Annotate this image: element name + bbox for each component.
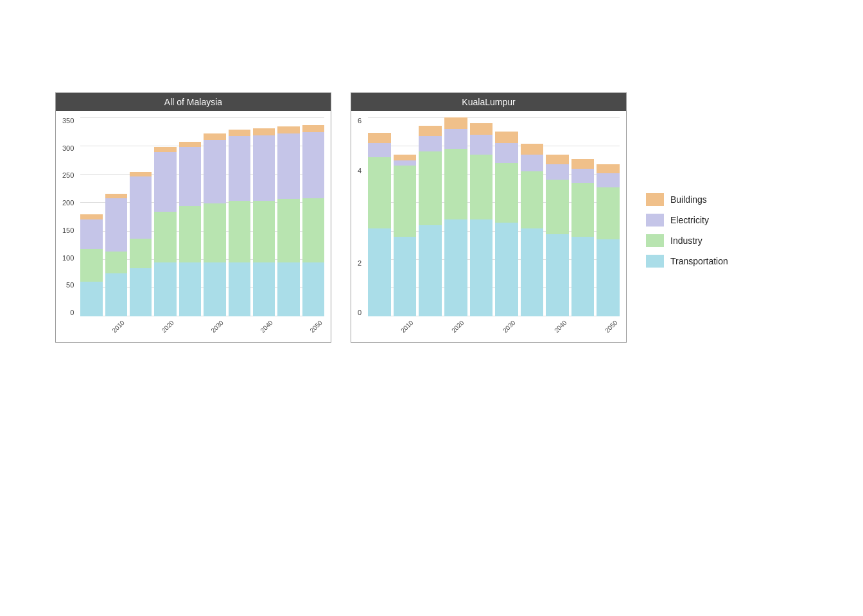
bar-group — [444, 117, 467, 316]
chart-header-malaysia: All of Malaysia — [56, 93, 331, 111]
bar-seg-buildings — [302, 125, 324, 133]
legend-color-buildings — [646, 193, 664, 206]
bar-group — [80, 214, 102, 316]
bar-seg-electricity — [394, 160, 417, 166]
bar-seg-industry — [521, 171, 544, 228]
x-tick: 2010 — [109, 316, 136, 344]
x-tick: 2030 — [499, 316, 527, 345]
bar-group — [154, 147, 176, 316]
x-tick — [525, 316, 553, 345]
legend-item-industry: Industry — [646, 234, 728, 247]
bar-seg-transportation — [229, 262, 250, 316]
bar-stack — [105, 194, 127, 316]
bar-seg-electricity — [302, 132, 324, 198]
y-tick: 350 — [62, 117, 74, 124]
bar-seg-electricity — [571, 169, 595, 183]
legend-item-transportation: Transportation — [646, 255, 728, 268]
bar-seg-transportation — [444, 219, 467, 316]
legend-label-industry: Industry — [670, 235, 702, 246]
bar-stack — [154, 147, 176, 316]
charts-row: All of Malaysia 350 300 250 200 150 100 … — [51, 92, 824, 343]
bar-group — [302, 125, 324, 316]
chart-body-malaysia: 350 300 250 200 150 100 50 0 — [56, 111, 331, 342]
bar-group — [419, 126, 442, 316]
x-tick — [423, 316, 451, 345]
bar-seg-industry — [80, 249, 102, 281]
bar-group — [130, 172, 152, 316]
bars-container-kl — [368, 117, 620, 316]
bar-seg-industry — [302, 198, 324, 263]
y-tick: 300 — [62, 145, 74, 152]
bar-seg-buildings — [521, 144, 544, 155]
bar-seg-transportation — [277, 262, 299, 316]
legend-item-buildings: Buildings — [646, 193, 728, 206]
x-tick — [575, 316, 604, 345]
legend-label-buildings: Buildings — [670, 194, 707, 205]
bar-seg-transportation — [302, 262, 324, 316]
bar-seg-transportation — [154, 262, 176, 316]
bar-seg-electricity — [470, 135, 493, 155]
x-tick: 2010 — [397, 316, 425, 345]
y-tick: 50 — [66, 282, 74, 289]
bar-seg-transportation — [105, 273, 127, 316]
bar-seg-electricity — [444, 129, 467, 149]
bars-area-kl: 20102020203020402050 — [368, 117, 620, 342]
y-tick: 0 — [70, 309, 74, 316]
bar-seg-electricity — [80, 219, 102, 249]
bar-stack — [80, 214, 102, 316]
bar-seg-transportation — [394, 237, 417, 316]
bar-seg-transportation — [130, 268, 152, 316]
bar-seg-electricity — [204, 140, 225, 203]
bar-stack — [253, 128, 275, 316]
bar-stack — [229, 130, 250, 316]
bar-seg-buildings — [495, 132, 518, 143]
x-tick — [371, 316, 399, 345]
x-tick: 2050 — [306, 316, 334, 344]
bar-stack — [419, 126, 442, 316]
bar-seg-buildings — [419, 126, 442, 136]
bar-seg-electricity — [105, 198, 127, 252]
bar-group — [253, 128, 275, 316]
bar-seg-transportation — [179, 262, 201, 316]
bar-seg-industry — [597, 187, 620, 240]
bar-seg-electricity — [521, 155, 544, 172]
bar-seg-electricity — [229, 136, 250, 201]
bar-seg-electricity — [130, 176, 152, 238]
bar-seg-industry — [419, 151, 442, 225]
bar-group — [204, 133, 225, 316]
bar-seg-buildings — [571, 159, 595, 169]
bar-seg-buildings — [154, 147, 176, 152]
bar-seg-industry — [444, 149, 467, 220]
bar-stack — [130, 172, 152, 316]
bars-area-malaysia: 20102020203020402050 — [80, 117, 324, 342]
bar-seg-electricity — [154, 152, 176, 211]
bar-seg-electricity — [419, 136, 442, 151]
bar-seg-electricity — [495, 143, 518, 163]
y-tick: 250 — [62, 172, 74, 179]
bar-seg-transportation — [597, 239, 620, 316]
bar-group — [470, 123, 493, 316]
bar-seg-buildings — [394, 155, 417, 161]
bar-seg-industry — [495, 163, 518, 223]
bar-seg-buildings — [444, 117, 467, 129]
y-axis-kl: 6 4 2 0 — [358, 117, 365, 336]
bar-seg-transportation — [571, 237, 595, 316]
x-tick — [133, 316, 161, 344]
bar-group — [105, 194, 127, 316]
y-tick: 0 — [358, 309, 362, 316]
y-tick: 4 — [358, 167, 362, 175]
bar-group — [277, 126, 299, 316]
x-tick: 2050 — [601, 316, 629, 345]
bar-seg-buildings — [179, 142, 201, 147]
bar-seg-industry — [130, 239, 152, 268]
bar-group — [229, 130, 250, 316]
bar-seg-electricity — [597, 173, 620, 187]
bar-seg-transportation — [470, 219, 493, 316]
bar-seg-transportation — [495, 223, 518, 316]
x-tick: 2040 — [550, 316, 579, 345]
chart-panel-malaysia: All of Malaysia 350 300 250 200 150 100 … — [55, 92, 331, 343]
bar-seg-industry — [277, 199, 299, 262]
bar-group — [368, 133, 391, 316]
y-tick: 100 — [62, 255, 74, 262]
x-tick: 2030 — [207, 316, 235, 344]
